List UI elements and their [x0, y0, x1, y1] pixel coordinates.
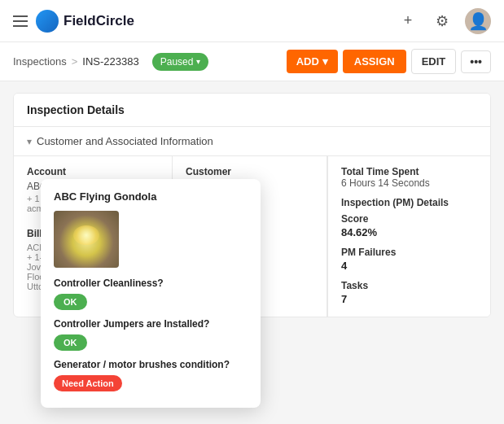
- add-button[interactable]: ADD ▾: [287, 50, 338, 73]
- question-1-status: OK: [54, 294, 87, 310]
- question-2: Controller Jumpers are Installed? OK: [54, 318, 248, 359]
- score-label: Score: [341, 213, 477, 225]
- status-label: Paused: [160, 56, 194, 68]
- popup-title: ABC Flying Gondola: [54, 190, 248, 203]
- breadcrumb-separator: >: [72, 55, 78, 68]
- breadcrumb-current: INS-223383: [82, 55, 138, 68]
- chevron-down-icon: ▾: [196, 57, 200, 66]
- popup-card: ABC Flying Gondola Controller Cleanlines…: [41, 179, 261, 408]
- total-time-label: Total Time Spent: [341, 166, 477, 177]
- light-glow: [73, 225, 99, 246]
- breadcrumb-parent[interactable]: Inspections: [13, 55, 67, 68]
- pm-failures-label: PM Failures: [341, 247, 477, 258]
- pm-details-panel: Total Time Spent 6 Hours 14 Seconds Insp…: [327, 156, 490, 317]
- settings-icon[interactable]: ⚙: [431, 10, 454, 33]
- question-1: Controller Cleanliness? OK: [54, 278, 248, 318]
- tasks-label: Tasks: [341, 280, 477, 291]
- breadcrumb-bar: Inspections > INS-223383 Paused ▾ ADD ▾ …: [0, 42, 504, 81]
- subheader-label: Customer and Associated Information: [37, 135, 213, 147]
- customer-label: Customer: [186, 166, 313, 177]
- question-2-status: OK: [54, 334, 87, 351]
- pm-failures-value: 4: [341, 260, 477, 272]
- question-3-text: Generator / motor brushes condition?: [54, 359, 248, 370]
- avatar[interactable]: 👤: [465, 8, 491, 34]
- account-label: Account: [27, 166, 159, 177]
- breadcrumb-actions: ADD ▾ ASSIGN EDIT •••: [287, 49, 491, 74]
- top-nav: FieldCircle + ⚙ 👤: [0, 0, 504, 42]
- edit-button[interactable]: EDIT: [411, 49, 457, 74]
- question-3: Generator / motor brushes condition? Nee…: [54, 359, 248, 395]
- add-chevron-icon: ▾: [322, 55, 328, 68]
- menu-icon[interactable]: [13, 15, 28, 27]
- chevron-icon: ▾: [27, 136, 32, 147]
- pm-section-label: Inspection (PM) Details: [341, 197, 477, 208]
- question-1-text: Controller Cleanliness?: [54, 278, 248, 289]
- question-2-text: Controller Jumpers are Installed?: [54, 318, 248, 330]
- breadcrumb-left: Inspections > INS-223383 Paused ▾: [13, 53, 208, 71]
- tasks-value: 7: [341, 293, 477, 305]
- avatar-image: 👤: [468, 13, 489, 29]
- assign-button[interactable]: ASSIGN: [343, 50, 406, 73]
- brand-logo[interactable]: FieldCircle: [36, 10, 134, 33]
- popup-image: [54, 211, 119, 268]
- score-value: 84.62%: [341, 226, 477, 238]
- section-header: Inspection Details: [14, 94, 490, 126]
- question-3-status: Need Action: [54, 375, 122, 391]
- brand-circle-icon: [36, 10, 59, 33]
- total-time-value: 6 Hours 14 Seconds: [341, 177, 477, 189]
- brand-name: FieldCircle: [64, 13, 134, 29]
- nav-left: FieldCircle: [13, 10, 134, 33]
- status-badge[interactable]: Paused ▾: [152, 53, 209, 71]
- more-button[interactable]: •••: [461, 50, 491, 73]
- add-nav-icon[interactable]: +: [397, 10, 419, 33]
- nav-right: + ⚙ 👤: [397, 8, 491, 34]
- section-subheader[interactable]: ▾ Customer and Associated Information: [14, 127, 490, 155]
- light-fixture-image: [54, 211, 119, 268]
